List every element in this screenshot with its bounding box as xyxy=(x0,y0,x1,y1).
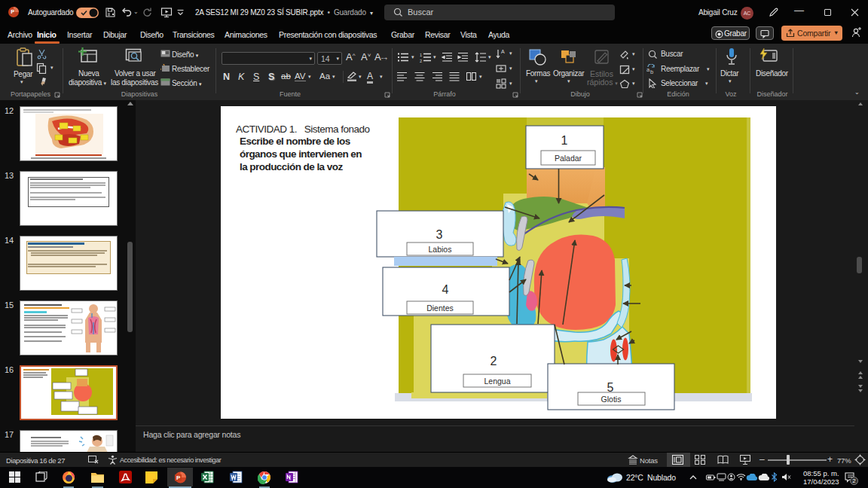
svg-text:A: A xyxy=(501,49,505,54)
svg-text:ACTIVIDAD 1. Sistema fonado: ACTIVIDAD 1. Sistema fonado xyxy=(236,124,370,135)
svg-text:Escribe el nombre de los: Escribe el nombre de los xyxy=(240,136,350,147)
svg-text:2: 2 xyxy=(420,59,422,63)
svg-text:3: 3 xyxy=(436,228,443,241)
svg-text:Lengua: Lengua xyxy=(484,377,510,386)
svg-text:órganos que intervienen en: órganos que intervienen en xyxy=(240,148,362,160)
svg-text:Paladar: Paladar xyxy=(555,154,582,163)
svg-text:4: 4 xyxy=(442,283,449,296)
svg-text:Labios: Labios xyxy=(429,245,452,254)
svg-text:b: b xyxy=(650,69,653,75)
svg-text:5: 5 xyxy=(607,381,614,394)
svg-text:P: P xyxy=(11,8,14,15)
svg-text:2: 2 xyxy=(491,355,497,368)
svg-text:la producción de la voz: la producción de la voz xyxy=(240,161,343,172)
svg-text:Glotis: Glotis xyxy=(601,395,622,404)
svg-text:P: P xyxy=(176,474,181,481)
svg-text:1: 1 xyxy=(420,53,422,57)
svg-text:1: 1 xyxy=(561,134,568,147)
svg-text:Dientes: Dientes xyxy=(426,303,454,313)
